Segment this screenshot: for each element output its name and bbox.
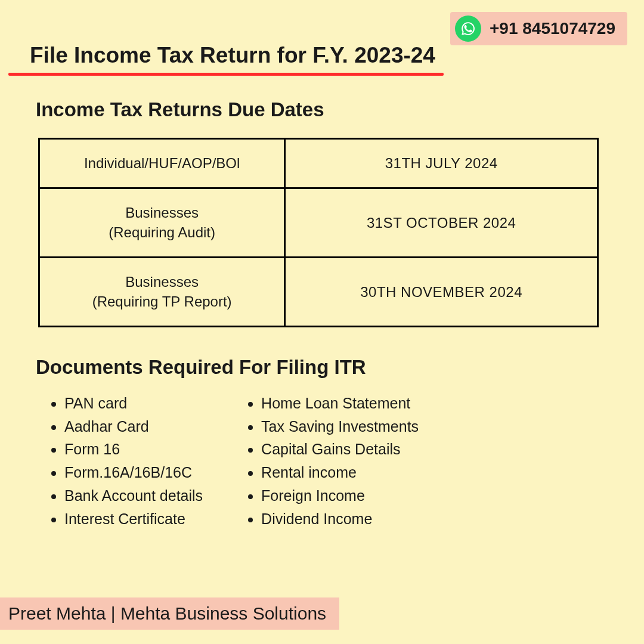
footer-credit: Preet Mehta | Mehta Business Solutions	[0, 597, 339, 630]
due-dates-table: Individual/HUF/AOP/BOl 31TH JULY 2024 Bu…	[38, 138, 599, 327]
phone-number: +91 8451074729	[490, 19, 615, 38]
list-item: Foreign Income	[261, 484, 419, 507]
list-item: Interest Certificate	[64, 507, 203, 531]
list-item: PAN card	[64, 392, 203, 415]
documents-list-right: Home Loan Statement Tax Saving Investmen…	[244, 392, 419, 531]
page-title: File Income Tax Return for F.Y. 2023-24	[0, 0, 435, 68]
list-item: Aadhar Card	[64, 415, 203, 438]
documents-columns: PAN card Aadhar Card Form 16 Form.16A/16…	[0, 392, 644, 531]
due-date-value: 30TH NOVEMBER 2024	[285, 258, 598, 327]
table-row: Businesses(Requiring Audit) 31ST OCTOBER…	[39, 188, 598, 258]
due-date-category: Individual/HUF/AOP/BOl	[39, 139, 285, 188]
whatsapp-icon	[455, 16, 481, 42]
list-item: Form.16A/16B/16C	[64, 461, 203, 484]
list-item: Rental income	[261, 461, 419, 484]
due-date-value: 31ST OCTOBER 2024	[285, 188, 598, 258]
list-item: Tax Saving Investments	[261, 415, 419, 438]
contact-bar: +91 8451074729	[450, 12, 627, 45]
documents-list-left: PAN card Aadhar Card Form 16 Form.16A/16…	[48, 392, 203, 531]
due-dates-heading: Income Tax Returns Due Dates	[0, 98, 644, 121]
due-date-value: 31TH JULY 2024	[285, 139, 598, 188]
list-item: Capital Gains Details	[261, 438, 419, 461]
list-item: Home Loan Statement	[261, 392, 419, 415]
list-item: Dividend Income	[261, 507, 419, 531]
documents-heading: Documents Required For Filing ITR	[0, 356, 644, 379]
due-date-category: Businesses(Requiring TP Report)	[39, 258, 285, 327]
list-item: Bank Account details	[64, 484, 203, 507]
title-underline	[8, 73, 444, 76]
table-row: Individual/HUF/AOP/BOl 31TH JULY 2024	[39, 139, 598, 188]
table-row: Businesses(Requiring TP Report) 30TH NOV…	[39, 258, 598, 327]
list-item: Form 16	[64, 438, 203, 461]
due-date-category: Businesses(Requiring Audit)	[39, 188, 285, 258]
